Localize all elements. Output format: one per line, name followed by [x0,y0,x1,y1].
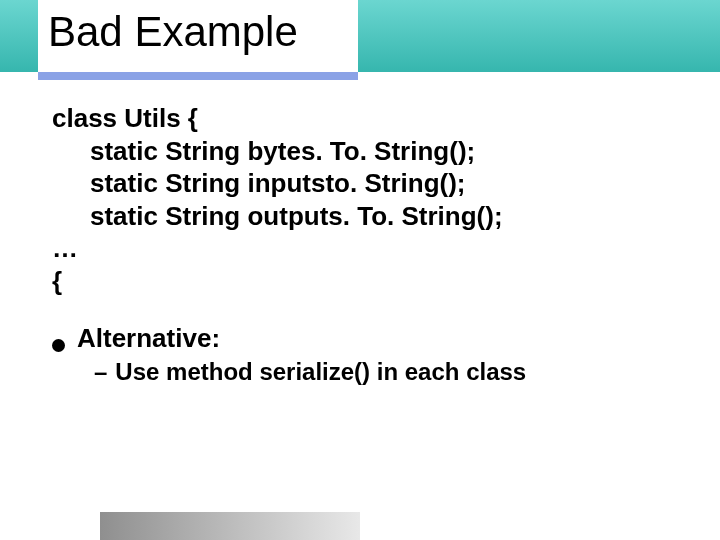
bullet-label: Alternative: [77,323,220,354]
sub-bullet-item: – Use method serialize() in each class [52,358,672,386]
code-block: class Utils { static String bytes. To. S… [52,102,672,297]
sub-bullet-text: Use method serialize() in each class [115,358,526,386]
dash-icon: – [94,358,107,386]
bullet-item: Alternative: [52,323,672,354]
code-line: static String inputsto. String(); [52,167,672,200]
slide-title: Bad Example [48,8,298,55]
code-line: { [52,265,672,298]
code-line: static String outputs. To. String(); [52,200,672,233]
code-line: static String bytes. To. String(); [52,135,672,168]
title-box: Bad Example [38,0,358,72]
bullet-icon [52,339,65,352]
footer-bar [100,512,360,540]
title-underline [38,72,358,80]
slide-body: class Utils { static String bytes. To. S… [52,102,672,386]
code-line: class Utils { [52,102,672,135]
code-line: … [52,232,672,265]
